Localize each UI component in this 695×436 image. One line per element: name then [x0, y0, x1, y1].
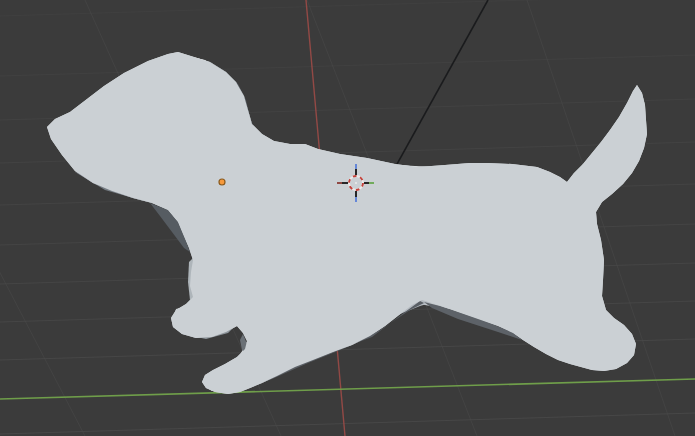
object-origin-dot[interactable] [219, 179, 225, 185]
3d-viewport[interactable] [0, 0, 695, 436]
